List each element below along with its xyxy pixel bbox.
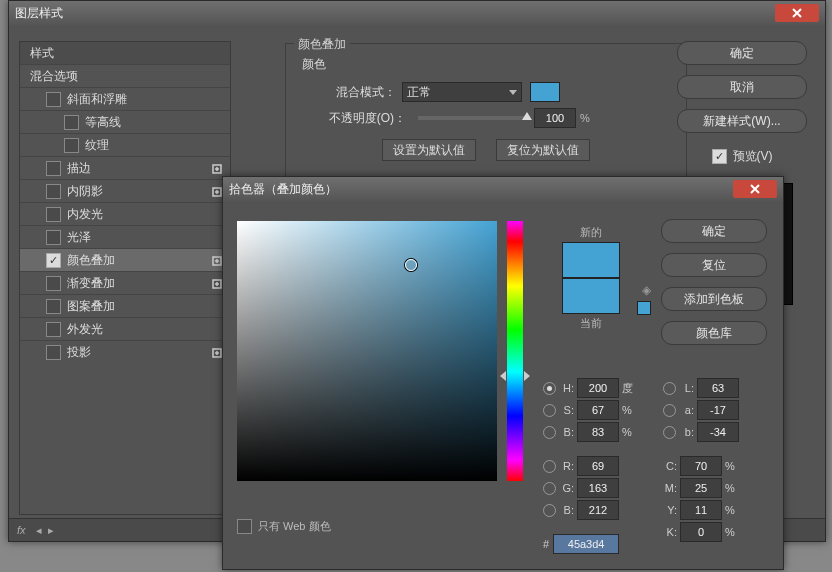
color-mode-radio[interactable] (543, 426, 556, 439)
field-input[interactable] (577, 422, 619, 442)
effect-label: 纹理 (85, 137, 109, 154)
effect-add-icon[interactable] (212, 255, 222, 265)
effect-checkbox[interactable] (46, 161, 61, 176)
hue-slider[interactable] (507, 221, 523, 481)
effect-checkbox[interactable] (46, 299, 61, 314)
effect-checkbox[interactable] (64, 115, 79, 130)
close-button[interactable] (733, 180, 777, 198)
field-input[interactable] (697, 422, 739, 442)
color-picker-window: 拾色器（叠加颜色） 新的 当前 ◈ 确定 复位 添加到色板 颜色库 H:度S:%… (222, 176, 784, 570)
close-button[interactable] (775, 4, 819, 22)
effect-checkbox[interactable] (46, 276, 61, 291)
effect-checkbox[interactable] (64, 138, 79, 153)
field-unit: % (725, 504, 739, 516)
effect-checkbox[interactable] (46, 92, 61, 107)
layer-style-titlebar[interactable]: 图层样式 (9, 1, 825, 25)
opacity-slider[interactable] (418, 116, 528, 120)
field-label: L: (680, 382, 694, 394)
new-color-label: 新的 (551, 225, 631, 240)
effect-add-icon[interactable] (212, 278, 222, 288)
field-input[interactable] (577, 478, 619, 498)
set-default-button[interactable]: 设置为默认值 (382, 139, 476, 161)
effect-row[interactable]: 外发光 (20, 317, 230, 340)
effect-row[interactable]: 投影 (20, 340, 230, 363)
color-field-row: C:% (663, 455, 739, 477)
cube-icon[interactable]: ◈ (642, 283, 651, 297)
color-mode-radio[interactable] (543, 382, 556, 395)
web-safe-swatch[interactable] (637, 301, 651, 315)
field-input[interactable] (577, 500, 619, 520)
effect-row[interactable]: 描边 (20, 156, 230, 179)
effect-label: 外发光 (67, 321, 103, 338)
effect-row[interactable]: 图案叠加 (20, 294, 230, 317)
effect-checkbox[interactable] (46, 322, 61, 337)
picker-add-swatch-button[interactable]: 添加到色板 (661, 287, 767, 311)
fx-label: fx (17, 524, 26, 536)
new-style-button[interactable]: 新建样式(W)... (677, 109, 807, 133)
field-input[interactable] (697, 378, 739, 398)
reset-default-button[interactable]: 复位为默认值 (496, 139, 590, 161)
effect-add-icon[interactable] (212, 347, 222, 357)
field-unit: % (622, 404, 636, 416)
field-input[interactable] (697, 400, 739, 420)
cancel-button[interactable]: 取消 (677, 75, 807, 99)
effect-checkbox[interactable] (46, 207, 61, 222)
effect-row[interactable]: 渐变叠加 (20, 271, 230, 294)
hue-arrow-left[interactable] (500, 371, 506, 381)
effect-checkbox[interactable] (46, 253, 61, 268)
styles-header[interactable]: 样式 (20, 42, 230, 64)
field-input[interactable] (680, 456, 722, 476)
overlay-color-swatch[interactable] (530, 82, 560, 102)
effect-row[interactable]: 光泽 (20, 225, 230, 248)
color-mode-radio[interactable] (543, 482, 556, 495)
field-input[interactable] (680, 478, 722, 498)
picker-ok-button[interactable]: 确定 (661, 219, 767, 243)
effect-checkbox[interactable] (46, 230, 61, 245)
effect-add-icon[interactable] (212, 186, 222, 196)
picker-reset-button[interactable]: 复位 (661, 253, 767, 277)
color-mode-radio[interactable] (663, 382, 676, 395)
blend-options-header[interactable]: 混合选项 (20, 64, 230, 87)
effect-row[interactable]: 颜色叠加 (20, 248, 230, 271)
field-input[interactable] (577, 378, 619, 398)
hex-input[interactable] (553, 534, 619, 554)
opacity-unit: % (580, 112, 590, 124)
effect-checkbox[interactable] (46, 345, 61, 360)
effect-row[interactable]: 斜面和浮雕 (20, 87, 230, 110)
effect-row[interactable]: 等高线 (20, 110, 230, 133)
footer-arrows[interactable]: ◂▸ (36, 524, 54, 537)
effect-add-icon (212, 117, 222, 127)
effect-checkbox[interactable] (46, 184, 61, 199)
current-color-swatch[interactable] (562, 278, 620, 314)
web-only-label: 只有 Web 颜色 (258, 519, 331, 534)
effect-label: 斜面和浮雕 (67, 91, 127, 108)
color-mode-radio[interactable] (663, 404, 676, 417)
color-mode-radio[interactable] (543, 504, 556, 517)
color-field-cursor[interactable] (405, 259, 417, 271)
effect-row[interactable]: 内发光 (20, 202, 230, 225)
web-only-checkbox[interactable] (237, 519, 252, 534)
color-overlay-legend: 颜色叠加 (294, 36, 350, 53)
color-field[interactable] (237, 221, 497, 481)
color-mode-radio[interactable] (663, 426, 676, 439)
color-mode-radio[interactable] (543, 404, 556, 417)
effect-label: 图案叠加 (67, 298, 115, 315)
ok-button[interactable]: 确定 (677, 41, 807, 65)
current-color-label: 当前 (551, 316, 631, 331)
blend-mode-select[interactable]: 正常 (402, 82, 522, 102)
field-input[interactable] (680, 522, 722, 542)
color-field-row: B:% (543, 421, 636, 443)
color-mode-radio[interactable] (543, 460, 556, 473)
effect-add-icon[interactable] (212, 163, 222, 173)
picker-color-libs-button[interactable]: 颜色库 (661, 321, 767, 345)
opacity-input[interactable] (534, 108, 576, 128)
preview-checkbox[interactable] (712, 149, 727, 164)
color-picker-titlebar[interactable]: 拾色器（叠加颜色） (223, 177, 783, 201)
effect-row[interactable]: 内阴影 (20, 179, 230, 202)
field-input[interactable] (577, 400, 619, 420)
field-input[interactable] (680, 500, 722, 520)
field-input[interactable] (577, 456, 619, 476)
effect-row[interactable]: 纹理 (20, 133, 230, 156)
color-field-row: Y:% (663, 499, 739, 521)
hue-arrow-right[interactable] (524, 371, 530, 381)
